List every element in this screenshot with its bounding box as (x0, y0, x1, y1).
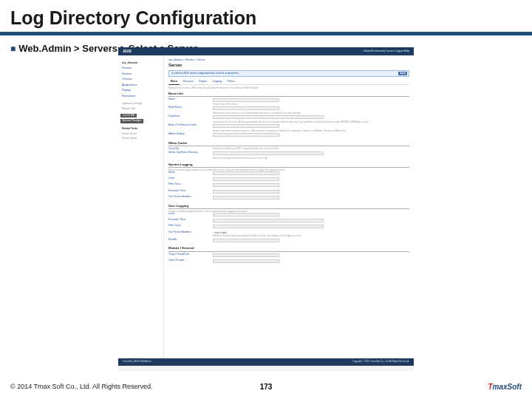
ss-status: myServer (running) (120, 102, 161, 107)
field-label: Class Ftp (168, 148, 213, 151)
text-input[interactable] (213, 259, 279, 263)
level-input[interactable] (213, 213, 279, 216)
field-label: Name * (168, 98, 213, 101)
tab-others[interactable]: Others (225, 79, 237, 83)
field-label: Server Log Home Directory (168, 151, 213, 154)
field-label: Formatter Class (168, 219, 213, 222)
ss-sidebar: my_domain Domain Servers Clusters Applic… (118, 55, 164, 358)
field-label: Filter Class (168, 225, 213, 228)
field-label: Class Provider (168, 259, 213, 262)
form-row: Action On Resource LeakAction to take wh… (168, 124, 409, 132)
ss-topbar: JEUS Home Environment <user> Logout Help (118, 47, 414, 55)
field-label: Level (168, 177, 213, 180)
form-row: Filter Class (168, 225, 409, 230)
basic-title: Basic Info (168, 92, 409, 97)
form-row: Class Provider (168, 259, 409, 265)
field-help: Action to take when a resource such as a… (213, 130, 409, 132)
ss-link[interactable]: Create Cluster (120, 137, 161, 142)
text-input[interactable] (213, 190, 279, 194)
field-label: Action On Resource Leak (168, 124, 213, 127)
cache-title: When Cache (168, 141, 409, 146)
form-row: Level (168, 177, 409, 183)
sidebar-item[interactable]: Clusters (120, 77, 161, 83)
form-row: Log HomeLog directory for this server. A… (168, 115, 409, 123)
filter-input[interactable] (213, 225, 324, 228)
cache-section: When Cache Class FtpDetermines whether c… (168, 141, 409, 160)
field-help: Whether to forward log records to parent… (213, 235, 409, 237)
sidebar-item[interactable]: Deploy (120, 88, 161, 94)
bullet-icon: ■ (10, 44, 16, 54)
ss-notice-text: To edit the JEUS server configuration lo… (171, 72, 239, 75)
text-input[interactable] (213, 177, 279, 181)
ss-runtime[interactable]: Runtime Info (120, 107, 161, 112)
lock-edit-button[interactable]: Lock & Edit (120, 114, 137, 118)
action-input[interactable] (213, 124, 279, 128)
form-row: Name (168, 171, 409, 177)
tab-logging[interactable]: Logging (211, 79, 224, 83)
field-label: Node Name (168, 106, 213, 109)
field-help: Unique name of this server. (213, 103, 409, 106)
formatter-input[interactable] (213, 219, 324, 222)
loghomedir-input[interactable] (213, 151, 324, 155)
field-label: Use Parent Handlers (168, 196, 213, 199)
text-input[interactable] (213, 183, 279, 187)
loghome-input[interactable] (213, 115, 324, 119)
form-row: Filter Class (168, 183, 409, 188)
userlog-section: User Logging Configure additional loggin… (168, 204, 409, 244)
ss-link[interactable]: Create Server (120, 132, 161, 137)
field-label: Formatter Class (168, 190, 213, 193)
activate-button[interactable]: Activate Changes (120, 119, 143, 123)
form-row: Use Parent Handlers○ true ● falseWhether… (168, 231, 409, 237)
basic-section: Basic Info Name *Unique name of this ser… (168, 92, 409, 138)
name-input[interactable] (213, 98, 279, 102)
form-row: Mbean Display (168, 133, 409, 138)
ss-domain-hdr: my_domain (120, 60, 161, 66)
field-label: Level (168, 213, 213, 216)
apply-button[interactable]: Apply (398, 72, 407, 75)
field-help: Log directory for this server. All logs … (213, 121, 409, 123)
form-row: Formatter Class (168, 190, 409, 195)
page-title: Log Directory Configuration (0, 0, 532, 29)
sidebar-item[interactable]: Servers (120, 71, 161, 77)
ss-notice: To edit the JEUS server configuration lo… (168, 70, 409, 78)
tab-engine[interactable]: Engine (197, 79, 210, 83)
form-row: Handler (168, 239, 409, 244)
field-label: Use Parent Handlers (168, 231, 213, 234)
copyright: © 2014 Tmax Soft Co., Ltd. All Rights Re… (10, 383, 153, 390)
field-label: Log Home (168, 115, 213, 118)
node-input[interactable] (213, 106, 279, 110)
syslog-title: System Logging (168, 163, 409, 168)
form-row: Output ThreadPool (168, 253, 409, 259)
field-label: Output ThreadPool (168, 253, 213, 256)
field-help: Sets the server log home directory used … (213, 157, 409, 160)
form-row: Node NameNode on which this server is to… (168, 106, 409, 114)
handler-input[interactable] (213, 239, 279, 242)
syslog-section: System Logging Only one system logging i… (168, 163, 409, 201)
tab-basic[interactable]: Basic (168, 79, 180, 84)
ss-fb-right: Copyright © 2014 TmaxSoft Co., Ltd. All … (352, 361, 409, 364)
sidebar-item[interactable]: Domain (120, 66, 161, 72)
field-label: Filter Class (168, 183, 213, 186)
brand-logo: TmaxSoft (488, 383, 522, 391)
mbean-input[interactable] (213, 133, 279, 137)
ss-topbar-links: Home Environment <user> Logout Help (364, 50, 409, 52)
field-label: Name (168, 171, 213, 174)
ss-path: my_domain > Servers > Server (168, 58, 409, 61)
ss-footerbar: TmaxSoft | JEUS WebAdmin Copyright © 201… (118, 358, 414, 366)
tab-resource[interactable]: Resource (180, 79, 196, 83)
form-row: Name *Unique name of this server. (168, 98, 409, 106)
form-row: Class FtpDetermines whether class FTP is… (168, 148, 409, 151)
ss-fb-left: TmaxSoft | JEUS WebAdmin (123, 361, 151, 364)
page-footer: © 2014 Tmax Soft Co., Ltd. All Rights Re… (0, 380, 532, 393)
sidebar-item[interactable]: Resources (120, 93, 161, 99)
text-input[interactable] (213, 253, 279, 257)
ss-product: JEUS (123, 50, 132, 53)
text-input[interactable] (213, 171, 279, 175)
text-input[interactable] (213, 196, 279, 200)
field-label: Mbean Display (168, 133, 213, 136)
form-row: Use Parent Handlers (168, 196, 409, 201)
embedded-screenshot: JEUS Home Environment <user> Logout Help… (118, 47, 414, 371)
field-label: Handler (168, 239, 213, 242)
module-title: Module / External (168, 246, 409, 251)
sidebar-item[interactable]: Applications (120, 82, 161, 88)
